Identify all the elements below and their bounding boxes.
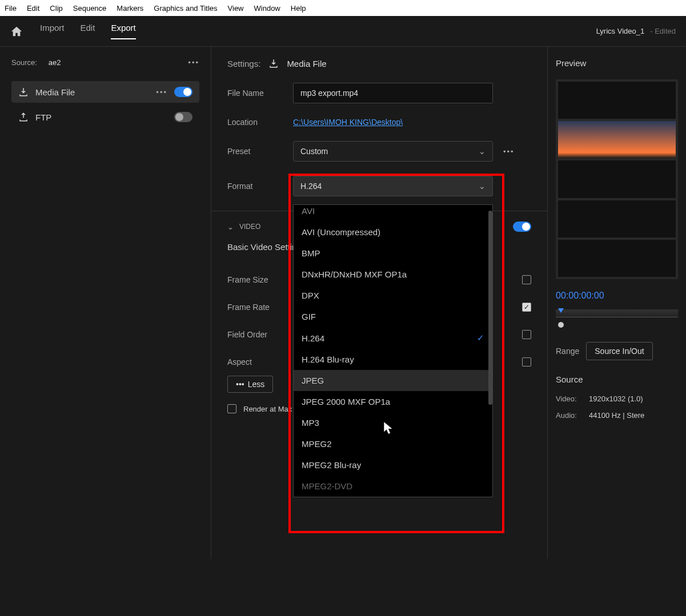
destination-ftp[interactable]: FTP	[11, 106, 199, 128]
preview-title: Preview	[556, 58, 678, 68]
filename-input[interactable]	[293, 83, 493, 103]
frame-rate-checkbox[interactable]	[522, 303, 531, 312]
format-option-h264-bluray[interactable]: H.264 Blu-ray	[294, 349, 492, 370]
source-info-title: Source	[556, 375, 678, 384]
project-name: Lyrics Video_1	[596, 27, 645, 35]
tab-import[interactable]: Import	[40, 23, 65, 39]
menu-edit[interactable]: Edit	[27, 4, 39, 13]
aspect-checkbox[interactable]	[522, 357, 531, 367]
menu-file[interactable]: File	[5, 4, 17, 13]
destination-media-file[interactable]: Media File •••	[11, 81, 199, 103]
preset-select[interactable]: Custom ⌄	[293, 141, 493, 162]
format-option-avi-uncompressed[interactable]: AVI (Uncompressed)	[294, 222, 492, 243]
format-option-bmp[interactable]: BMP	[294, 243, 492, 264]
filename-label: File Name	[227, 88, 293, 98]
export-icon	[268, 58, 279, 69]
menu-view[interactable]: View	[228, 4, 244, 13]
menu-window[interactable]: Window	[254, 4, 280, 13]
settings-label: Settings:	[227, 59, 260, 69]
preset-label: Preset	[227, 147, 293, 156]
format-label: Format	[227, 182, 293, 191]
timecode: 00:00:00:00	[556, 291, 678, 301]
preview-panel: Preview 00:00:00:00 Range Source In/Out …	[548, 47, 686, 559]
video-toggle[interactable]	[513, 222, 531, 232]
source-more-icon[interactable]: •••	[188, 58, 199, 67]
menu-markers[interactable]: Markers	[117, 4, 143, 13]
dropdown-scrollbar[interactable]	[488, 211, 492, 405]
menu-graphics[interactable]: Graphics and Titles	[154, 4, 217, 13]
mouse-cursor-icon	[383, 421, 395, 436]
source-value: ae2	[49, 58, 188, 67]
frame-rate-label: Frame Rate	[227, 303, 296, 312]
format-option-mpeg2-dvd[interactable]: MPEG2-DVD	[294, 476, 492, 497]
format-option-h264[interactable]: H.264✓	[294, 327, 492, 349]
aspect-label: Aspect	[227, 357, 296, 367]
video-info-label: Video:	[556, 394, 581, 403]
source-label: Source:	[11, 58, 37, 67]
format-option-avi[interactable]: AVI	[294, 205, 492, 222]
media-file-toggle[interactable]	[174, 87, 192, 97]
app-header: Import Edit Export Lyrics Video_1 - Edit…	[0, 16, 686, 47]
timeline-ruler[interactable]	[556, 309, 678, 317]
video-info-value: 1920x1032 (1.0)	[589, 394, 643, 403]
format-option-dnxhr[interactable]: DNxHR/DNxHD MXF OP1a	[294, 264, 492, 285]
home-icon[interactable]	[10, 26, 23, 37]
destination-more-icon[interactable]: •••	[156, 88, 167, 96]
ftp-toggle[interactable]	[174, 112, 192, 122]
menu-help[interactable]: Help	[291, 4, 306, 13]
less-button[interactable]: ••• Less	[227, 376, 273, 393]
audio-info-value: 44100 Hz | Stere	[589, 411, 644, 420]
project-info: Lyrics Video_1 - Edited	[596, 27, 676, 35]
chevron-down-icon: ⌄	[479, 182, 486, 191]
format-option-gif[interactable]: GIF	[294, 306, 492, 327]
destination-label: Media File	[35, 87, 156, 97]
format-select[interactable]: H.264 ⌄	[293, 176, 493, 196]
menu-bar: File Edit Clip Sequence Markers Graphics…	[0, 0, 686, 16]
location-link[interactable]: C:\Users\IMOH KING\Desktop\	[293, 118, 403, 127]
playhead-handle[interactable]	[558, 322, 564, 328]
preset-more-icon[interactable]: •••	[503, 147, 515, 156]
audio-info-label: Audio:	[556, 411, 581, 420]
menu-sequence[interactable]: Sequence	[73, 4, 107, 13]
tab-edit[interactable]: Edit	[81, 23, 95, 39]
chevron-down-icon: ⌄	[479, 147, 486, 156]
destination-label: FTP	[35, 112, 174, 122]
format-option-mpeg2-bluray[interactable]: MPEG2 Blu-ray	[294, 454, 492, 476]
export-icon	[18, 87, 29, 97]
project-status: - Edited	[650, 27, 676, 35]
source-panel: Source: ae2 ••• Media File ••• FTP	[0, 47, 211, 559]
render-max-checkbox[interactable]	[227, 404, 236, 413]
checkmark-icon: ✓	[477, 333, 484, 343]
ellipsis-icon: •••	[236, 380, 244, 389]
field-order-checkbox[interactable]	[522, 330, 531, 339]
chevron-down-icon[interactable]: ⌄	[227, 223, 234, 231]
render-max-label: Render at Max	[243, 405, 292, 413]
settings-panel: Settings: Media File File Name Location …	[211, 47, 548, 559]
workspace-tabs: Import Edit Export	[40, 23, 136, 39]
preview-thumbnail	[556, 79, 678, 279]
tab-export[interactable]: Export	[111, 23, 135, 39]
upload-icon	[18, 112, 29, 122]
range-label: Range	[556, 347, 579, 356]
field-order-label: Field Order	[227, 330, 296, 339]
format-dropdown: AVI AVI (Uncompressed) BMP DNxHR/DNxHD M…	[293, 204, 493, 497]
format-option-jpeg[interactable]: JPEG	[294, 370, 492, 391]
settings-destination: Media File	[287, 59, 326, 69]
location-label: Location	[227, 118, 293, 127]
range-select[interactable]: Source In/Out	[586, 342, 652, 360]
frame-size-label: Frame Size	[227, 275, 296, 284]
format-option-jpeg2000[interactable]: JPEG 2000 MXF OP1a	[294, 391, 492, 412]
frame-size-checkbox[interactable]	[522, 275, 531, 284]
menu-clip[interactable]: Clip	[50, 4, 62, 13]
format-option-dpx[interactable]: DPX	[294, 285, 492, 306]
format-option-mpeg2[interactable]: MPEG2	[294, 433, 492, 454]
